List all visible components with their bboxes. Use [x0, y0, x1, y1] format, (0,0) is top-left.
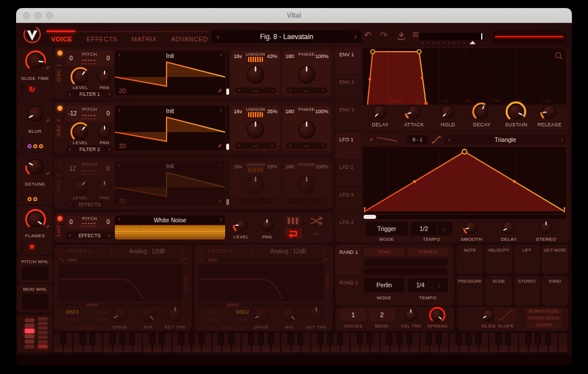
undo-button[interactable]: ↶	[364, 30, 372, 40]
osc2-frame-knob[interactable]	[244, 118, 267, 141]
osc1-level-knob[interactable]	[70, 67, 91, 87]
tempo-note-icon[interactable]: ♩	[442, 222, 448, 236]
osc1-phase-knob[interactable]	[295, 63, 318, 86]
voices-value[interactable]: 1	[340, 309, 366, 321]
chevron-left-icon[interactable]: ‹	[69, 146, 71, 152]
chevron-left-icon[interactable]: ‹	[110, 248, 112, 254]
mod-source-velocity[interactable]: VELOCITY	[485, 245, 512, 274]
mod-wheel[interactable]: MOD WHL	[17, 284, 53, 313]
osc2-view-mode[interactable]: 2D	[119, 143, 126, 149]
smp-sample-display[interactable]: ‹ White Noise ›	[115, 215, 225, 240]
chevron-left-icon[interactable]: ‹	[448, 137, 450, 142]
tab-rand2[interactable]: RAND 2	[335, 275, 361, 306]
black-key[interactable]	[318, 333, 323, 345]
black-key[interactable]	[129, 333, 135, 345]
filter1-link-button[interactable]: FIL2	[69, 325, 106, 330]
black-key[interactable]	[397, 333, 403, 345]
black-key[interactable]	[357, 333, 363, 345]
rand-sync-toggle[interactable]: SYNC	[364, 248, 404, 256]
env-sustain-knob[interactable]	[505, 101, 527, 122]
edit-macro-icon[interactable]: ✎	[45, 118, 50, 124]
black-key[interactable]	[90, 333, 95, 345]
osc1-tune[interactable]: 0	[106, 55, 110, 61]
osc3-transpose[interactable]: 12	[69, 165, 76, 172]
black-key[interactable]	[367, 333, 373, 345]
filter1-power-button[interactable]	[59, 249, 64, 254]
redo-button[interactable]: ↷	[380, 30, 388, 40]
rand-stereo-toggle[interactable]: STEREO	[408, 248, 448, 256]
lfo-stereo-knob[interactable]	[537, 219, 555, 236]
wavetable-edit-icon[interactable]: ✎	[217, 88, 222, 94]
volume-slider-handle[interactable]	[481, 33, 482, 40]
osc2-routing-selector[interactable]: ‹ FILTER 2 ›	[65, 145, 114, 153]
osc1-wavetable-display[interactable]: ‹ Init › 2D ✎	[115, 51, 225, 95]
tab-lfo4[interactable]: LFO 4	[335, 215, 361, 242]
chevron-right-icon[interactable]: ›	[271, 88, 273, 93]
filter1-drive-knob[interactable]	[110, 304, 130, 325]
black-key[interactable]	[288, 333, 293, 345]
osc3-morph-slider[interactable]	[226, 161, 229, 206]
mod-source-lift[interactable]: LIFT	[514, 245, 540, 274]
mod-source-pressure[interactable]: PRESSURE	[457, 276, 483, 306]
preset-name[interactable]: Fig. 8 - Laevatain	[260, 33, 314, 41]
blur-knob[interactable]	[25, 103, 47, 125]
wavetable-edit-icon[interactable]: ✎	[217, 198, 222, 205]
envelope-display[interactable]: 500ms1s1.5s2s2.5s3s3.5s	[363, 48, 566, 105]
smp-power-button[interactable]	[57, 216, 63, 221]
rand-mode-selector[interactable]: Perlin	[364, 278, 404, 292]
vel-trk-knob[interactable]	[403, 307, 419, 323]
unison-detune-meter[interactable]	[248, 167, 263, 172]
black-key[interactable]	[119, 333, 125, 345]
chevron-left-icon[interactable]: ‹	[238, 199, 240, 203]
always-glide-toggle[interactable]: ALWAYS GLIDE	[525, 309, 562, 314]
osc3-wavetable-name[interactable]: Init	[115, 163, 225, 169]
env-attack-knob[interactable]	[404, 102, 423, 121]
preset-next-button[interactable]: ›	[354, 33, 357, 40]
filter2-drive-knob[interactable]	[251, 304, 272, 325]
osc3-power-button[interactable]	[57, 161, 63, 166]
smp-routing-selector[interactable]: ‹ EFFECTS ›	[65, 232, 114, 239]
tab-lfo3[interactable]: LFO 3	[335, 187, 361, 215]
black-key[interactable]	[386, 333, 392, 345]
osc1-phase-rand[interactable]: 100%	[315, 53, 328, 59]
smp-sample-name[interactable]: White Noise	[115, 217, 225, 223]
smp-transpose[interactable]: 0	[69, 219, 73, 225]
osc1-frame-knob[interactable]	[244, 63, 267, 86]
osc3-phase-rand[interactable]: 100%	[315, 164, 328, 169]
mod-source-rand[interactable]: RAND	[541, 276, 568, 306]
filter2-link-button[interactable]: FIL1	[209, 325, 246, 330]
filter2-model-selector[interactable]: ‹ Analog : 12dB ›	[248, 247, 328, 255]
detune-knob[interactable]	[25, 156, 47, 178]
smp-pan-knob[interactable]	[258, 217, 276, 234]
lfo-display[interactable]	[363, 147, 566, 214]
edit-macro-icon[interactable]: ✎	[45, 65, 50, 71]
osc2-tune[interactable]: 0	[106, 110, 110, 117]
filter1-input-osc1[interactable]: OSC1	[59, 309, 86, 315]
filter1-blend-slider[interactable]	[67, 259, 179, 261]
black-key[interactable]	[80, 333, 86, 345]
black-key[interactable]	[545, 333, 551, 345]
tab-rand1[interactable]: RAND 1	[335, 245, 361, 275]
spread-knob[interactable]	[429, 307, 446, 323]
smp-loop-button[interactable]	[285, 228, 302, 239]
osc2-power-button[interactable]	[57, 106, 63, 111]
black-key[interactable]	[466, 333, 471, 345]
black-key[interactable]	[149, 333, 155, 345]
filter1-model-selector[interactable]: ‹ Analog : 12dB ›	[107, 247, 187, 255]
chevron-right-icon[interactable]: ›	[322, 88, 324, 93]
flames-mod-indicator[interactable]	[30, 245, 34, 249]
black-key[interactable]	[525, 333, 531, 345]
lfo-smooth-icon[interactable]	[432, 135, 441, 144]
filter1-keytrk-knob[interactable]	[165, 304, 185, 325]
wavetable-next-button[interactable]: ›	[220, 163, 222, 168]
tempo-note-icon[interactable]: ♩	[438, 278, 444, 292]
black-key[interactable]	[179, 333, 184, 345]
filter1-resonance-slider[interactable]	[184, 275, 187, 291]
pitch-wheel-well[interactable]	[22, 266, 48, 280]
osc2-wavetable-display[interactable]: ‹ Init › 2D ✎	[115, 106, 225, 151]
chevron-left-icon[interactable]: ‹	[289, 144, 291, 148]
mod-wheel-well[interactable]	[22, 294, 48, 310]
blur-mod-indicators[interactable]	[28, 140, 45, 151]
bend-value[interactable]: 2	[369, 309, 395, 321]
osc3-dest-selector2[interactable]: ‹ --- ›	[286, 198, 327, 204]
